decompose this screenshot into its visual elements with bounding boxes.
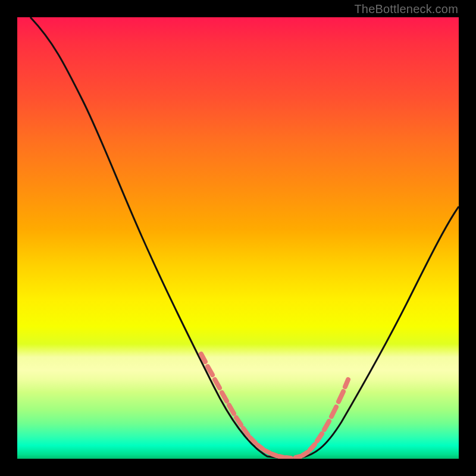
watermark-text: TheBottleneck.com [354, 2, 458, 16]
svg-line-11 [279, 456, 284, 458]
curve-svg [17, 17, 459, 459]
svg-line-1 [208, 367, 212, 375]
svg-line-4 [229, 405, 234, 414]
svg-line-10 [272, 454, 277, 456]
svg-line-15 [310, 444, 315, 450]
chart-frame: TheBottleneck.com [0, 0, 476, 476]
svg-line-13 [296, 456, 300, 458]
svg-line-8 [258, 445, 262, 449]
svg-line-16 [317, 434, 322, 441]
svg-line-18 [331, 407, 336, 416]
svg-line-2 [215, 380, 220, 388]
plot-area [17, 17, 459, 459]
right-curve [297, 206, 459, 458]
svg-line-9 [265, 450, 270, 453]
svg-line-17 [324, 421, 329, 430]
svg-line-12 [286, 458, 291, 458]
svg-line-7 [250, 438, 255, 443]
svg-line-3 [222, 393, 227, 401]
svg-line-19 [339, 392, 343, 402]
svg-line-5 [236, 418, 241, 425]
svg-line-14 [303, 452, 308, 455]
highlight-dots-left [201, 354, 291, 458]
svg-line-20 [345, 380, 348, 387]
left-curve [30, 17, 282, 458]
